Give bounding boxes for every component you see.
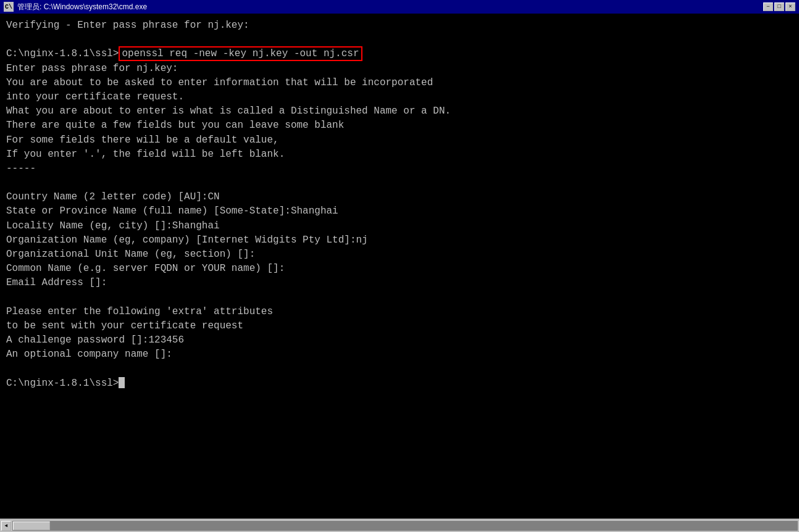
- scroll-left-button[interactable]: ◄: [1, 521, 11, 531]
- scroll-track[interactable]: [12, 521, 798, 531]
- terminal-line-15: Locality Name (eg, city) []:Shanghai: [6, 219, 793, 233]
- scroll-thumb[interactable]: [13, 522, 50, 530]
- terminal-line-25: [6, 362, 793, 376]
- terminal-line-14: State or Province Name (full name) [Some…: [6, 204, 793, 218]
- terminal-line-10: If you enter '.', the field will be left…: [6, 148, 793, 162]
- title-bar-buttons: − □ ×: [763, 2, 795, 11]
- maximize-button[interactable]: □: [774, 2, 784, 11]
- title-bar-icon: C\: [4, 2, 14, 12]
- terminal-line-20: [6, 291, 793, 305]
- terminal-line-4: Enter pass phrase for nj.key:: [6, 62, 793, 76]
- terminal-line-19: Email Address []:: [6, 276, 793, 290]
- title-bar: C\ 管理员: C:\Windows\system32\cmd.exe − □ …: [0, 0, 799, 14]
- terminal-line-23: A challenge password []:123456: [6, 333, 793, 347]
- title-bar-text: 管理员: C:\Windows\system32\cmd.exe: [17, 2, 759, 12]
- terminal-line-5: You are about to be asked to enter infor…: [6, 76, 793, 90]
- terminal-line-2: [6, 33, 793, 47]
- terminal-line-7: What you are about to enter is what is c…: [6, 104, 793, 118]
- prompt-1: C:\nginx-1.8.1\ssl>: [6, 48, 119, 59]
- terminal-line-6: into your certificate request.: [6, 90, 793, 104]
- terminal-line-3: C:\nginx-1.8.1\ssl>openssl req -new -key…: [6, 47, 793, 61]
- cursor: [119, 377, 125, 388]
- terminal-line-21: Please enter the following 'extra' attri…: [6, 305, 793, 319]
- terminal-line-11: -----: [6, 162, 793, 176]
- terminal-line-16: Organization Name (eg, company) [Interne…: [6, 233, 793, 247]
- close-button[interactable]: ×: [785, 2, 795, 11]
- terminal-line-8: There are quite a few fields but you can…: [6, 118, 793, 133]
- minimize-button[interactable]: −: [763, 2, 773, 11]
- prompt-2: C:\nginx-1.8.1\ssl>: [6, 378, 119, 389]
- terminal-line-9: For some fields there will be a default …: [6, 133, 793, 148]
- scrollbar-area: ◄: [0, 518, 799, 532]
- terminal-line-1: Verifying - Enter pass phrase for nj.key…: [6, 19, 793, 33]
- terminal-line-17: Organizational Unit Name (eg, section) […: [6, 247, 793, 262]
- terminal-line-12: [6, 176, 793, 190]
- terminal-line-26: C:\nginx-1.8.1\ssl>: [6, 376, 793, 391]
- terminal-line-13: Country Name (2 letter code) [AU]:CN: [6, 190, 793, 204]
- terminal-line-18: Common Name (e.g. server FQDN or YOUR na…: [6, 262, 793, 276]
- highlighted-command: openssl req -new -key nj.key -out nj.csr: [119, 46, 362, 61]
- terminal[interactable]: Verifying - Enter pass phrase for nj.key…: [0, 14, 799, 518]
- terminal-line-24: An optional company name []:: [6, 347, 793, 362]
- terminal-line-22: to be sent with your certificate request: [6, 319, 793, 333]
